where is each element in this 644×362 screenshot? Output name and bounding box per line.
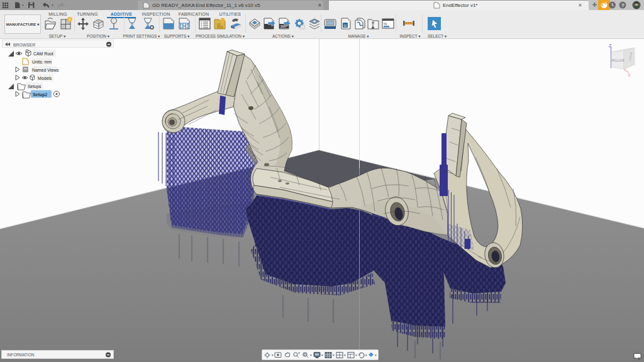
svg-text:Units: mm: Units: mm [32,60,52,64]
svg-text:❘: ❘ [113,353,116,358]
svg-text:?: ? [621,3,625,8]
svg-text:%: % [384,22,387,26]
svg-text:BROWSER: BROWSER [13,43,35,47]
svg-text:3MF: 3MF [280,25,287,28]
svg-text:Z: Z [609,43,612,48]
svg-text:Named Views: Named Views [32,68,59,72]
svg-text:CAM Root: CAM Root [33,52,53,56]
svg-text:Setup2: Setup2 [33,92,47,97]
svg-text:Models: Models [38,76,52,80]
svg-text:X: X [628,73,631,77]
svg-text:BOTTOM: BOTTOM [612,58,625,62]
svg-text:Setups: Setups [28,84,42,89]
svg-text:G: G [344,24,347,28]
